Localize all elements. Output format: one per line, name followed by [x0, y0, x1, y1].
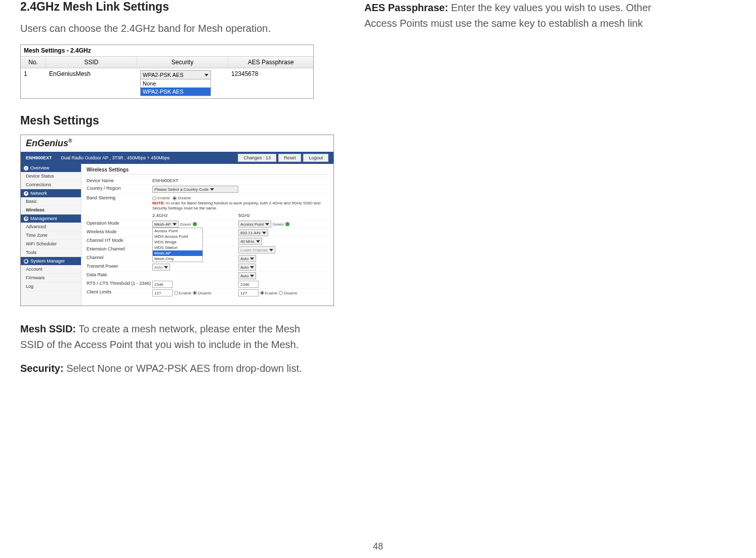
note-text: In order for Band Steering function to w… — [152, 201, 320, 210]
op-option-wds-station[interactable]: WDS Station — [153, 245, 202, 250]
col-header-aes: AES Passphrase — [228, 57, 313, 68]
tx-power-24-select[interactable]: Auto — [152, 264, 170, 271]
sidebar-head-management[interactable]: ✿Management — [21, 214, 81, 223]
ext-channel-label: Extension Channel — [87, 246, 152, 253]
wireless-mode-5-select[interactable]: 802.11 A/N — [238, 229, 268, 236]
cell-no: 1 — [21, 68, 46, 79]
sidebar-system-label: System Manager — [30, 259, 65, 264]
data-rate-5-select[interactable]: Auto — [238, 272, 256, 279]
device-name-label: Device Name — [87, 178, 152, 183]
wireless-mode-5-text: 802.11 A/N — [240, 231, 261, 235]
radio-cl5-disable[interactable] — [279, 291, 283, 295]
sidebar-item-wifi-scheduler[interactable]: WiFi Scheduler — [21, 240, 81, 248]
op-option-wds-bridge[interactable]: WDS Bridge — [153, 239, 202, 245]
panel-title: Wireless Settings — [87, 167, 328, 175]
radio-disable[interactable] — [173, 196, 177, 200]
op-option-ap[interactable]: Access Point — [153, 228, 202, 234]
device-name-value: ENH900EXT — [152, 178, 328, 183]
cell-aes: 12345678 — [228, 68, 313, 79]
sidebar-item-timezone[interactable]: Time Zone — [21, 231, 81, 240]
col-24ghz: 2.4GHz — [152, 213, 238, 218]
ext-channel-5-text: Lower Channel — [240, 248, 268, 252]
page-number: 48 — [373, 541, 383, 552]
sidebar-item-account[interactable]: Account — [21, 265, 81, 274]
green-label-5: Green — [273, 222, 284, 227]
op-mode-24-select[interactable]: Mesh-AP — [152, 221, 179, 228]
chevron-down-icon — [250, 266, 254, 269]
brand-logo-reg: ® — [68, 138, 72, 144]
sidebar-item-tools[interactable]: Tools — [21, 248, 81, 257]
op-mode-dropdown: Access Point WDS Access Point WDS Bridge… — [152, 228, 203, 262]
chevron-down-icon — [256, 240, 260, 243]
client-limits-5-input[interactable]: 127 — [238, 289, 259, 296]
country-select[interactable]: Please Select a Country Code — [152, 186, 238, 193]
changes-button[interactable]: Changes : 13 — [238, 154, 276, 162]
chevron-down-icon — [164, 266, 168, 269]
sidebar-network-label: Network — [30, 191, 47, 196]
ext-channel-5-select[interactable]: Lower Channel — [238, 246, 275, 253]
enable-label-cl5: Enable — [265, 291, 278, 295]
op-option-mesh-ap[interactable]: Mesh-AP — [153, 250, 202, 256]
reset-button[interactable]: Reset — [278, 154, 302, 162]
sidebar-item-advanced[interactable]: Advanced — [21, 223, 81, 231]
aes-label: AES Passphrase: — [364, 2, 448, 13]
info-icon: i — [24, 166, 28, 170]
mesh-table-title: Mesh Settings - 2.4GHz — [21, 45, 313, 57]
col-header-no: No. — [21, 57, 46, 68]
mesh-table-row: 1 EnGeniusMesh WPA2-PSK AES None WPA2-PS… — [21, 68, 313, 98]
tx-power-24-text: Auto — [154, 265, 162, 270]
enable-label: Enable — [157, 196, 170, 200]
security-option-wpa2[interactable]: WPA2-PSK AES — [141, 88, 211, 96]
chevron-down-icon — [269, 249, 273, 251]
sidebar-item-basic[interactable]: Basic — [21, 197, 81, 206]
radio-cl24-disable[interactable] — [193, 291, 197, 295]
security-option-none[interactable]: None — [141, 79, 211, 88]
security-selected: WPA2-PSK AES — [143, 72, 184, 78]
op-option-wds-ap[interactable]: WDS Access Point — [153, 234, 202, 239]
channel-5-select[interactable]: Auto — [238, 255, 256, 262]
sidebar-head-network[interactable]: ✦Network — [21, 189, 81, 197]
brand-logo-text: EnGenius — [26, 138, 68, 148]
radio-cl5-enable[interactable] — [260, 291, 264, 295]
logout-button[interactable]: Logout — [303, 154, 328, 162]
security-paragraph: Security: Select None or WPA2-PSK AES fr… — [20, 361, 324, 376]
mesh-ssid-label: Mesh SSID: — [20, 323, 76, 334]
sidebar-item-log[interactable]: Log — [21, 282, 81, 291]
sidebar-item-connections[interactable]: Connections — [21, 181, 81, 189]
radio-enable[interactable] — [152, 196, 156, 200]
mesh-ssid-paragraph: Mesh SSID: To create a mesh network, ple… — [20, 321, 324, 353]
chevron-down-icon — [265, 223, 269, 226]
security-text: Select None or WPA2-PSK AES from drop-do… — [64, 363, 302, 374]
rts-5-input[interactable]: 2346 — [238, 281, 259, 288]
op-mode-24-text: Mesh-AP — [154, 222, 171, 227]
tx-power-5-select[interactable]: Auto — [238, 264, 256, 271]
sidebar-overview-label: Overview — [30, 165, 50, 170]
radio-cl24-enable[interactable] — [174, 291, 178, 295]
rts-24-input[interactable]: 2346 — [152, 281, 173, 288]
channel-ht-label: Channel HT Mode — [87, 238, 152, 245]
sidebar-head-system[interactable]: ▣System Manager — [21, 257, 81, 265]
sidebar-item-wireless[interactable]: Wireless — [21, 206, 81, 214]
sidebar-item-device-status[interactable]: Device Status — [21, 172, 81, 181]
band-steering-label: Band Steering — [87, 195, 152, 200]
channel-ht-5-text: 40 MHz — [240, 239, 255, 244]
data-rate-5-text: Auto — [240, 274, 248, 278]
col-header-ssid: SSID — [46, 57, 137, 68]
main-panel: Wireless Settings Device Name ENH900EXT … — [81, 164, 333, 306]
cell-ssid: EnGeniusMesh — [46, 68, 137, 79]
channel-label: Channel — [87, 255, 152, 262]
channel-ht-5-select[interactable]: 40 MHz — [238, 238, 262, 245]
disable-label-cl24: Disable — [198, 291, 212, 295]
sidebar-item-firmware[interactable]: Firmware — [21, 274, 81, 282]
cell-security: WPA2-PSK AES None WPA2-PSK AES — [137, 68, 228, 98]
client-limits-label: Client Limits — [87, 289, 152, 296]
op-option-mesh-only[interactable]: Mesh-Only — [153, 256, 202, 262]
security-dropdown[interactable]: WPA2-PSK AES None WPA2-PSK AES — [140, 70, 211, 96]
network-icon: ✦ — [24, 191, 28, 196]
op-mode-5-select[interactable]: Access Point — [238, 221, 271, 228]
sidebar-head-overview[interactable]: iOverview — [21, 164, 81, 172]
client-limits-24-input[interactable]: 127 — [152, 289, 173, 296]
chevron-down-icon — [250, 257, 254, 260]
gear-icon: ✿ — [24, 217, 28, 221]
chevron-down-icon — [250, 275, 254, 277]
